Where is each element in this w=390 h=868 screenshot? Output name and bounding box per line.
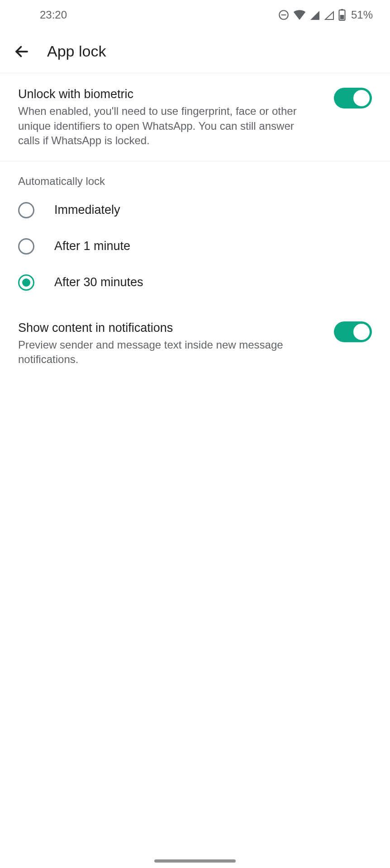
radio-label: Immediately [54, 203, 120, 217]
auto-lock-header: Automatically lock [0, 161, 390, 192]
auto-lock-option-30-minutes[interactable]: After 30 minutes [0, 264, 390, 301]
notifications-title: Show content in notifications [18, 320, 325, 336]
biometric-toggle[interactable] [334, 88, 372, 108]
wifi-icon [293, 10, 306, 20]
auto-lock-option-1-minute[interactable]: After 1 minute [0, 228, 390, 264]
page-title: App lock [47, 42, 106, 60]
status-bar: 23:20 51% [0, 0, 390, 30]
back-button[interactable] [11, 41, 33, 62]
toggle-knob [353, 324, 370, 340]
radio-icon [18, 274, 34, 291]
radio-icon [18, 238, 34, 255]
notifications-text: Show content in notifications Preview se… [18, 320, 325, 367]
biometric-text: Unlock with biometric When enabled, you'… [18, 86, 325, 148]
arrow-left-icon [14, 43, 30, 60]
radio-label: After 30 minutes [54, 275, 143, 289]
signal-icon-2 [324, 10, 335, 20]
svg-rect-4 [340, 15, 344, 19]
status-icons: 51% [278, 9, 373, 21]
biometric-title: Unlock with biometric [18, 86, 325, 102]
signal-icon-1 [309, 10, 320, 20]
dnd-icon [278, 9, 290, 21]
auto-lock-radio-group: Immediately After 1 minute After 30 minu… [0, 192, 390, 307]
notifications-desc: Preview sender and message text inside n… [18, 338, 299, 367]
notifications-setting-row[interactable]: Show content in notifications Preview se… [0, 307, 390, 380]
svg-rect-3 [341, 9, 343, 10]
gesture-bar[interactable] [154, 859, 236, 863]
notifications-toggle[interactable] [334, 321, 372, 342]
auto-lock-option-immediately[interactable]: Immediately [0, 192, 390, 228]
radio-label: After 1 minute [54, 239, 130, 253]
status-time: 23:20 [40, 9, 67, 21]
toggle-knob [353, 90, 370, 106]
biometric-desc: When enabled, you'll need to use fingerp… [18, 104, 299, 148]
battery-percent: 51% [351, 9, 373, 21]
battery-icon [338, 9, 346, 21]
radio-icon [18, 202, 34, 218]
screen: 23:20 51% App lock Unlock with biometric… [0, 0, 390, 868]
app-bar: App lock [0, 30, 390, 73]
biometric-setting-row[interactable]: Unlock with biometric When enabled, you'… [0, 73, 390, 161]
